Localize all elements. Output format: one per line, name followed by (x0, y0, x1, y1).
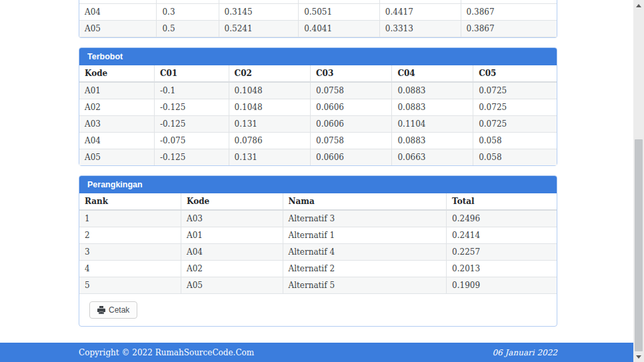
table-cell: 0.0725 (473, 99, 557, 115)
table-cell: Alternatif 1 (283, 227, 447, 244)
table-cell: 0.2257 (447, 244, 557, 261)
table-cell: 0.3313 (379, 20, 461, 37)
column-header: C04 (392, 65, 473, 82)
table-row: A03-0.1250.1310.06060.11040.0725 (79, 115, 557, 132)
table-cell: 0.0606 (311, 149, 392, 165)
table-cell: 3 (79, 244, 181, 261)
table-row: 5A05Alternatif 50.1909 (79, 277, 557, 294)
table-cell: 0.5051 (299, 3, 380, 20)
top-table-card: A040.30.31450.50510.44170.3867A050.50.52… (79, 0, 557, 38)
perangkingan-table: RankKodeNamaTotal 1A03Alternatif 30.2496… (79, 193, 557, 294)
table-cell: A03 (79, 115, 154, 132)
table-cell: 4 (79, 261, 181, 277)
cetak-button-label: Cetak (109, 305, 129, 315)
table-cell: 0.0606 (311, 99, 392, 115)
table-cell: A04 (181, 244, 283, 261)
column-header: Rank (79, 193, 181, 210)
column-header: C03 (311, 65, 392, 82)
table-cell: Alternatif 3 (283, 210, 447, 227)
column-header: Nama (283, 193, 447, 210)
table-row: A040.30.31450.50510.44170.3867 (79, 3, 557, 20)
table-cell: 0.3145 (219, 3, 299, 20)
table-cell: 0.131 (229, 149, 310, 165)
column-header: C01 (154, 65, 229, 82)
table-cell: 0.1104 (392, 115, 473, 132)
table-cell: -0.1 (154, 82, 229, 99)
table-cell: 0.131 (229, 115, 310, 132)
table-row: 1A03Alternatif 30.2496 (79, 210, 557, 227)
table-cell: 0.2013 (447, 261, 557, 277)
table-cell: 0.2496 (447, 210, 557, 227)
scrollbar-down-button[interactable] (633, 351, 644, 362)
table-cell: 0.2414 (447, 227, 557, 244)
table-cell: 0.1909 (447, 277, 557, 294)
table-cell: -0.125 (154, 115, 229, 132)
table-cell: 0.3 (157, 3, 219, 20)
table-cell: Alternatif 2 (283, 261, 447, 277)
table-row: 4A02Alternatif 20.2013 (79, 261, 557, 277)
table-cell: 0.3867 (461, 3, 557, 20)
table-cell: 0.0725 (473, 82, 557, 99)
table-cell: 0.058 (473, 132, 557, 149)
cetak-button[interactable]: Cetak (89, 301, 137, 319)
table-cell: A04 (79, 132, 154, 149)
table-cell: 0.0606 (311, 115, 392, 132)
terbobot-table: KodeC01C02C03C04C05 A01-0.10.10480.07580… (79, 65, 557, 166)
page: A040.30.31450.50510.44170.3867A050.50.52… (0, 0, 633, 362)
table-cell: 0.1048 (229, 82, 310, 99)
table-row: 3A04Alternatif 40.2257 (79, 244, 557, 261)
scrollbar-up-button[interactable] (633, 0, 644, 11)
table-cell: 5 (79, 277, 181, 294)
table-row: A04-0.0750.07860.07580.08830.058 (79, 132, 557, 149)
table-cell: 0.0883 (392, 82, 473, 99)
table-cell: Alternatif 5 (283, 277, 447, 294)
table-cell: 0.5 (157, 20, 219, 37)
scrollbar[interactable] (633, 0, 644, 362)
table-row: A050.50.52410.40410.33130.3867 (79, 20, 557, 37)
table-cell: 0.5241 (219, 20, 299, 37)
table-cell: 0.0883 (392, 99, 473, 115)
table-cell: A05 (181, 277, 283, 294)
table-row: 2A01Alternatif 10.2414 (79, 227, 557, 244)
scrollbar-thumb[interactable] (635, 139, 643, 351)
column-header: Kode (181, 193, 283, 210)
arrow-up-icon (636, 4, 641, 7)
table-cell: 0.0883 (392, 132, 473, 149)
table-cell: 1 (79, 210, 181, 227)
table-row: A02-0.1250.10480.06060.08830.0725 (79, 99, 557, 115)
footer-copyright: Copyright © 2022 RumahSourceCode.Com (79, 348, 254, 357)
table-cell: -0.125 (154, 149, 229, 165)
table-row: A01-0.10.10480.07580.08830.0725 (79, 82, 557, 99)
table-header-row: RankKodeNamaTotal (79, 193, 557, 210)
table-cell: A02 (79, 99, 154, 115)
table-cell: A01 (79, 82, 154, 99)
perangkingan-card-body: Cetak (79, 294, 557, 326)
column-header: C05 (473, 65, 557, 82)
table-cell: 0.0786 (229, 132, 310, 149)
table-cell: 0.1048 (229, 99, 310, 115)
perangkingan-card-header: Perangkingan (79, 176, 557, 193)
footer: Copyright © 2022 RumahSourceCode.Com 06 … (0, 343, 633, 362)
table-cell: -0.125 (154, 99, 229, 115)
terbobot-card: Terbobot KodeC01C02C03C04C05 A01-0.10.10… (79, 47, 557, 167)
perangkingan-card: Perangkingan RankKodeNamaTotal 1A03Alter… (79, 175, 557, 327)
arrow-down-icon (636, 355, 641, 359)
print-icon (97, 306, 105, 314)
table-cell: 0.0725 (473, 115, 557, 132)
table-cell: 0.058 (473, 149, 557, 165)
table-cell: A02 (181, 261, 283, 277)
table-cell: 0.0758 (311, 132, 392, 149)
table-cell: 0.0663 (392, 149, 473, 165)
column-header: Total (447, 193, 557, 210)
table-cell: A05 (79, 149, 154, 165)
table-cell: 2 (79, 227, 181, 244)
table-row: A05-0.1250.1310.06060.06630.058 (79, 149, 557, 165)
table-cell: Alternatif 4 (283, 244, 447, 261)
table-cell: -0.075 (154, 132, 229, 149)
terbobot-card-header: Terbobot (79, 48, 557, 65)
table-header-row: KodeC01C02C03C04C05 (79, 65, 557, 82)
column-header: Kode (79, 65, 154, 82)
table-cell: 0.4417 (379, 3, 461, 20)
top-table: A040.30.31450.50510.44170.3867A050.50.52… (79, 0, 557, 37)
table-cell: 0.0758 (311, 82, 392, 99)
